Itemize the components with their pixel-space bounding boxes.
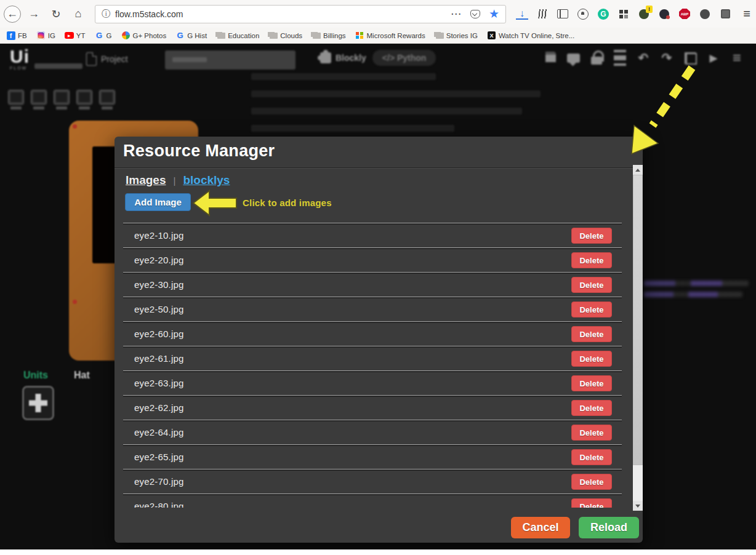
run-icon[interactable] — [706, 50, 722, 66]
file-row: eye2-80.jpg Delete — [123, 494, 622, 508]
delete-button[interactable]: Delete — [571, 375, 612, 391]
bookmark-item[interactable]: Billings — [312, 31, 345, 40]
account-icon[interactable] — [577, 8, 589, 20]
delete-button[interactable]: Delete — [571, 351, 612, 367]
bookmark-star-icon[interactable]: ★ — [489, 7, 499, 21]
extension-badged-icon[interactable] — [638, 8, 650, 20]
delete-button[interactable]: Delete — [571, 425, 612, 441]
extension-square-icon[interactable] — [719, 8, 731, 20]
tab-blocklys[interactable]: blocklys — [183, 174, 230, 187]
bookmark-item[interactable]: Education — [216, 31, 259, 40]
scroll-down-icon[interactable] — [633, 501, 643, 511]
file-row: eye2-30.jpg Delete — [123, 273, 622, 297]
file-name: eye2-60.jpg — [134, 322, 184, 346]
pocket-icon[interactable] — [470, 10, 480, 18]
google-icon — [95, 31, 104, 40]
bookmark-item[interactable]: Stories IG — [435, 31, 478, 40]
instagram-icon — [36, 31, 46, 40]
divider — [115, 167, 643, 168]
redo-icon[interactable] — [659, 50, 675, 66]
scrollbar-thumb[interactable] — [633, 175, 643, 465]
x-app-icon — [487, 31, 496, 40]
delete-button[interactable]: Delete — [571, 301, 612, 317]
delete-button[interactable]: Delete — [571, 498, 612, 508]
lock-icon[interactable] — [589, 50, 605, 66]
comment-icon[interactable] — [565, 50, 581, 66]
extension-grid-icon[interactable] — [617, 8, 630, 20]
bookmark-label: IG — [48, 32, 55, 39]
tab-python[interactable]: </> Python — [372, 50, 436, 66]
project-name-input[interactable] — [165, 50, 296, 70]
bookmarks-bar: FB IG YT G G+ Photos G Hist Education Cl… — [0, 28, 756, 44]
bookmark-item[interactable]: Watch TV Online, Stre... — [487, 31, 574, 40]
device-toolbar-button[interactable] — [76, 90, 93, 110]
bookmark-label: Clouds — [280, 32, 302, 39]
delete-button[interactable]: Delete — [571, 252, 612, 268]
bookmark-item[interactable]: IG — [36, 31, 55, 40]
menu-icon[interactable] — [729, 50, 745, 66]
file-row: eye2-10.jpg Delete — [123, 223, 622, 248]
file-name: eye2-65.jpg — [134, 445, 184, 469]
document-icon — [86, 52, 97, 66]
delete-button[interactable]: Delete — [571, 449, 612, 465]
file-name: eye2-20.jpg — [134, 248, 184, 273]
file-row: eye2-61.jpg Delete — [123, 346, 622, 371]
copy-icon[interactable] — [682, 50, 698, 66]
delete-button[interactable]: Delete — [571, 400, 612, 416]
adblock-abp-icon[interactable] — [678, 8, 691, 20]
forward-icon[interactable]: → — [25, 5, 43, 23]
delete-button[interactable]: Delete — [571, 228, 612, 244]
bookmark-item[interactable]: G+ Photos — [121, 31, 167, 40]
cancel-button[interactable]: Cancel — [511, 517, 570, 538]
download-icon[interactable] — [516, 9, 528, 20]
device-toolbar-button[interactable] — [30, 90, 47, 110]
delete-button[interactable]: Delete — [571, 326, 612, 342]
resource-tabs: Images | blocklys — [126, 174, 230, 187]
save-icon[interactable] — [542, 50, 558, 66]
home-icon[interactable]: ⌂ — [69, 5, 87, 23]
screenshot-root: ← → ↻ ⌂ ⓘ flow.m5stack.com ⋯ ★ ≡ FB IG Y… — [0, 0, 756, 555]
units-tab[interactable]: Units — [23, 370, 48, 381]
sidebar-icon[interactable] — [557, 8, 569, 20]
tab-blockly[interactable]: Blockly — [320, 52, 366, 63]
file-row: eye2-20.jpg Delete — [123, 248, 622, 273]
bookmark-item[interactable]: FB — [6, 31, 27, 40]
site-info-icon[interactable]: ⓘ — [102, 9, 110, 20]
extension-circle-icon[interactable] — [699, 8, 711, 20]
bookmark-label: Education — [228, 32, 259, 39]
version-text-blurred — [34, 63, 82, 69]
device-toolbar-button[interactable] — [7, 90, 25, 110]
list-scrollbar[interactable] — [633, 165, 643, 511]
bookmark-item[interactable]: G — [95, 31, 112, 40]
browser-toolbar-icons — [516, 8, 731, 20]
add-image-button[interactable]: Add Image — [125, 193, 191, 211]
scroll-up-icon[interactable] — [633, 165, 643, 175]
delete-button[interactable]: Delete — [571, 277, 612, 293]
device-toolbar-button[interactable] — [99, 90, 116, 110]
tab-images[interactable]: Images — [126, 174, 166, 187]
add-unit-button[interactable] — [22, 386, 54, 420]
page-actions-icon[interactable]: ⋯ — [451, 7, 462, 20]
device-toolbar-button[interactable] — [53, 90, 70, 110]
hamburger-menu-icon[interactable]: ≡ — [738, 5, 756, 23]
undo-icon[interactable] — [635, 50, 651, 66]
hat-tab[interactable]: Hat — [74, 370, 90, 381]
library-icon[interactable] — [536, 8, 549, 20]
refresh-icon[interactable]: ↻ — [47, 5, 65, 23]
url-bar[interactable]: ⓘ flow.m5stack.com ⋯ ★ — [95, 5, 506, 23]
bookmark-item[interactable]: Microsoft Rewards — [355, 31, 425, 40]
bookmark-item[interactable]: YT — [65, 31, 86, 40]
reload-button[interactable]: Reload — [579, 517, 639, 538]
bookmark-item[interactable]: G Hist — [175, 31, 207, 40]
youtube-icon — [65, 31, 74, 40]
image-file-list: eye2-10.jpg Delete eye2-20.jpg Delete ey… — [123, 223, 622, 508]
back-icon[interactable]: ← — [4, 6, 21, 23]
extension-dark-icon[interactable] — [658, 8, 670, 20]
list-icon[interactable] — [612, 50, 628, 66]
file-row: eye2-65.jpg Delete — [123, 445, 622, 469]
grammarly-icon[interactable] — [597, 8, 609, 20]
bookmark-label: G+ Photos — [133, 32, 167, 39]
delete-button[interactable]: Delete — [571, 474, 612, 490]
bookmark-item[interactable]: Clouds — [268, 31, 302, 40]
project-button[interactable]: Project — [86, 52, 128, 66]
